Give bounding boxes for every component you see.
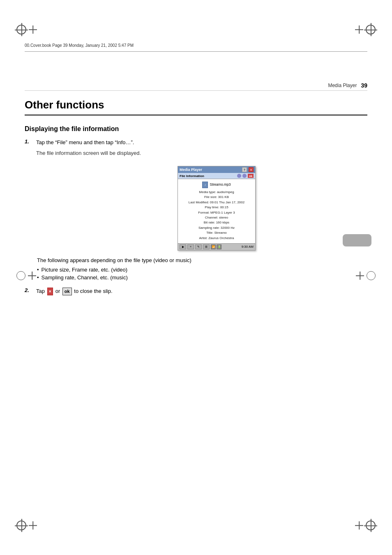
section-title: Other functions — [25, 99, 367, 115]
section-label: Media Player — [328, 83, 357, 88]
bullet-dot-0: • — [37, 267, 39, 273]
corner-top-right — [355, 25, 376, 35]
pda-signal-icon: 📶 — [211, 244, 216, 249]
pda-title: Media Player — [180, 168, 202, 172]
pda-info-9: Artist: Zaurus Orchestra — [181, 236, 252, 241]
bullet-text-1: Sampling rate, Channel, etc. (music) — [42, 274, 128, 281]
pda-info-7: Sampling rate: 32000 Hz — [181, 226, 252, 230]
pda-menu-icon-1[interactable] — [237, 174, 241, 178]
step-2-number: 2. — [25, 287, 32, 295]
pda-info-8: Title: Streamo — [181, 230, 252, 235]
pda-titlebar: Media Player ? × — [178, 166, 255, 173]
pda-time: 9:30 AM — [242, 245, 254, 249]
pda-taskbar: ▶ + ✎ ⊞ 📶 🔋 9:30 AM — [178, 243, 255, 250]
pda-info-1: File size: 301 KB — [181, 195, 252, 200]
corner-bottom-right — [355, 520, 376, 530]
pda-taskbar-btn-3[interactable]: ✎ — [195, 244, 202, 249]
pda-file-icon-row: ♪ Streamo.mp3 — [181, 182, 252, 188]
pda-info-5: Channel: stereo — [181, 215, 252, 220]
pda-help-icon[interactable]: ? — [242, 167, 247, 172]
pda-content-area: ♪ Streamo.mp3 Media type: audio/mpeg Fil… — [178, 179, 255, 243]
pda-menu-icons: ok — [237, 174, 254, 178]
step-2-suffix: to close the slip. — [74, 288, 112, 294]
pda-taskbar-icons: 📶 🔋 — [211, 244, 221, 249]
pda-info-2: Last Modified: 09:01 Thu Jan 17, 2002 — [181, 200, 252, 205]
pda-info-3: Play time: 00:15 — [181, 205, 252, 210]
pda-screen: Media Player ? × File Information ok — [178, 166, 256, 251]
step-1-subtext: The file information screen will be disp… — [36, 149, 141, 157]
main-content: Other functions Displaying the file info… — [25, 99, 367, 299]
step-1-content: Tap the “File” menu and then tap “Info…”… — [36, 138, 141, 159]
x-button[interactable]: × — [47, 288, 53, 295]
step-1-number: 1. — [25, 138, 32, 159]
bullet-item-1: • Sampling rate, Channel, etc. (music) — [37, 274, 367, 281]
step-1-instruction: Tap the “File” menu and then tap “Info…”… — [36, 138, 141, 147]
file-info: 00.Cover.book Page 39 Monday, January 21… — [25, 43, 367, 48]
step-2-or: or — [55, 288, 62, 294]
pda-file-icon: ♪ — [202, 182, 208, 188]
bullet-item-0: • Picture size, Frame rate, etc. (video) — [37, 267, 367, 273]
pda-taskbar-btn-2[interactable]: + — [187, 244, 194, 249]
page-number: 39 — [361, 82, 367, 89]
pda-menu-label: File Information — [180, 174, 204, 178]
screenshot-container: Media Player ? × File Information ok — [66, 166, 367, 251]
pda-start-btn[interactable]: ▶ — [180, 244, 186, 249]
subsection-title: Displaying the file information — [25, 125, 367, 133]
pda-info-6: Bit rate: 160 kbps — [181, 220, 252, 225]
following-text: The following appears depending on the f… — [37, 257, 367, 263]
pda-info-0: Media type: audio/mpeg — [181, 190, 252, 195]
step-2-tap: Tap — [36, 288, 45, 294]
pda-info-4: Format: MPEG-1 Layer 3 — [181, 210, 252, 215]
pda-close-icon[interactable]: × — [249, 167, 254, 172]
page-number-rule — [25, 90, 367, 91]
pda-menu-bar: File Information ok — [178, 173, 255, 179]
header-rule — [25, 51, 367, 52]
pda-menu-ok-btn[interactable]: ok — [248, 174, 254, 178]
step-2: 2. Tap × or ok to close the slip. — [25, 287, 367, 295]
pda-file-name: Streamo.mp3 — [210, 182, 231, 188]
bullet-list: • Picture size, Frame rate, etc. (video)… — [37, 267, 367, 281]
page-number-area: Media Player 39 — [328, 82, 367, 89]
ok-button[interactable]: ok — [62, 288, 72, 295]
bullet-text-0: Picture size, Frame rate, etc. (video) — [42, 267, 128, 273]
pda-titlebar-icons: ? × — [242, 167, 254, 172]
pda-info-rows: Media type: audio/mpeg File size: 301 KB… — [181, 190, 252, 241]
step-2-content: Tap × or ok to close the slip. — [36, 287, 113, 295]
page-header: 00.Cover.book Page 39 Monday, January 21… — [25, 39, 367, 51]
corner-bottom-left — [16, 520, 37, 530]
following-text-block: The following appears depending on the f… — [37, 257, 367, 281]
pda-battery-icon: 🔋 — [217, 244, 221, 249]
step-1: 1. Tap the “File” menu and then tap “Inf… — [25, 138, 367, 159]
corner-top-left — [16, 25, 37, 35]
pda-menu-icon-2[interactable] — [242, 174, 247, 178]
bullet-dot-1: • — [37, 274, 39, 281]
pda-taskbar-btn-4[interactable]: ⊞ — [203, 244, 210, 249]
